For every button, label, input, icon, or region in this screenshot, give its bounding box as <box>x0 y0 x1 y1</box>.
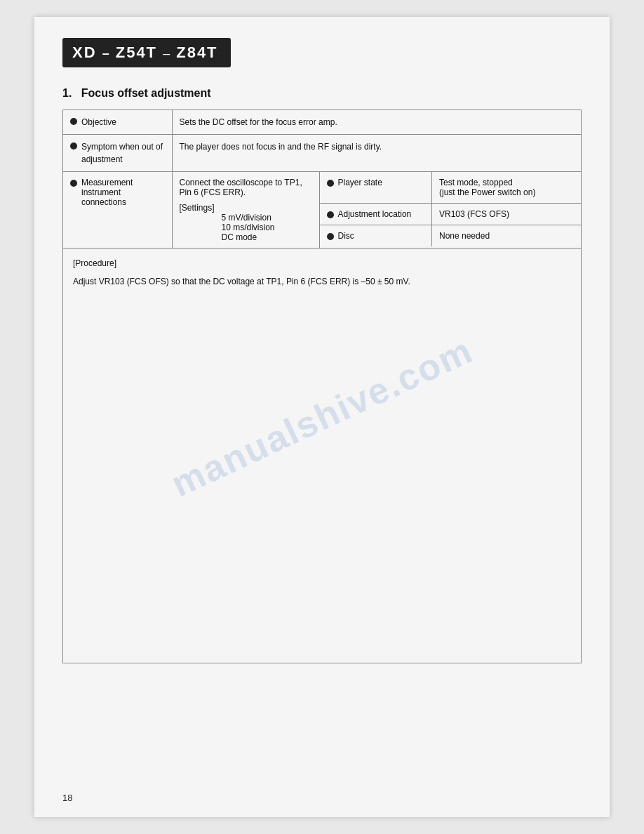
symptom-row-table: Symptom when out of adjustment The playe… <box>63 135 581 172</box>
player-state-value-cell: Test mode, stopped(just the Power switch… <box>432 172 582 204</box>
section-title: 1. Focus offset adjustment <box>62 87 582 100</box>
procedure-label-text: [Procedure] <box>73 258 116 268</box>
symptom-label-cell: Symptom when out of adjustment <box>63 135 172 172</box>
symptom-label-text: Symptom when out of adjustment <box>81 140 165 166</box>
main-content-box: Objective Sets the DC offset for the foc… <box>62 110 582 663</box>
settings-line-1: 5 mV/division <box>222 213 312 223</box>
measurement-label-text: Measurement instrument connections <box>81 178 165 207</box>
adjustment-value: VR103 (FCS OFS) <box>439 209 509 219</box>
right-items-table: Player state Test mode, stopped(just the… <box>320 172 582 246</box>
disc-value-cell: None needed <box>432 225 582 247</box>
section-number: 1. <box>62 87 72 99</box>
adjustment-value-cell: VR103 (FCS OFS) <box>432 204 582 225</box>
objective-label-text: Objective <box>81 116 116 128</box>
logo-model2: Z84T <box>176 44 217 61</box>
settings-values: 5 mV/division 10 ms/division DC mode <box>222 213 312 242</box>
settings-block: [Settings] 5 mV/division 10 ms/division … <box>180 203 312 242</box>
symptom-bullet <box>70 143 77 150</box>
logo-dash1: – <box>102 46 116 60</box>
page-number: 18 <box>62 793 72 803</box>
objective-content: Sets the DC offset for the focus error a… <box>180 117 337 127</box>
settings-line-2: 10 ms/division <box>222 223 312 232</box>
procedure-text: Adjust VR103 (FCS OFS) so that the DC vo… <box>73 274 571 289</box>
oscilloscope-connect-text: Connect the oscilloscope to TP1, Pin 6 (… <box>180 178 312 197</box>
settings-label: [Settings] <box>180 203 215 213</box>
logo-model1: Z54T <box>116 44 157 61</box>
player-state-label-cell: Player state <box>320 172 432 204</box>
player-state-value: Test mode, stopped(just the Power switch… <box>439 178 535 197</box>
logo-dash2: – <box>163 46 176 60</box>
objective-label-cell: Objective <box>63 110 172 135</box>
empty-space <box>63 298 581 663</box>
objective-row-table: Objective Sets the DC offset for the foc… <box>63 110 581 135</box>
symptom-content: The player does not focus in and the RF … <box>180 142 382 152</box>
settings-line-3: DC mode <box>222 232 312 242</box>
player-state-label-text: Player state <box>338 178 382 187</box>
procedure-label: [Procedure] <box>73 257 571 270</box>
logo-bar: XD – Z54T – Z84T <box>62 38 231 67</box>
page-number-text: 18 <box>62 793 72 803</box>
logo-text: XD – Z54T – Z84T <box>72 44 218 61</box>
disc-bullet <box>327 233 334 240</box>
logo-xd: XD <box>72 44 97 61</box>
symptom-label: Symptom when out of adjustment <box>70 140 165 166</box>
procedure-body: Adjust VR103 (FCS OFS) so that the DC vo… <box>73 277 410 286</box>
right-items-cell: Player state Test mode, stopped(just the… <box>319 172 581 249</box>
page: XD – Z54T – Z84T 1. Focus offset adjustm… <box>34 17 610 817</box>
player-state-label: Player state <box>327 178 425 187</box>
disc-value: None needed <box>439 231 490 241</box>
oscilloscope-content-cell: Connect the oscilloscope to TP1, Pin 6 (… <box>172 172 319 249</box>
measurement-label-cell: Measurement instrument connections <box>63 172 172 249</box>
measurement-label: Measurement instrument connections <box>70 178 165 207</box>
disc-label: Disc <box>327 231 425 241</box>
section-heading: Focus offset adjustment <box>81 87 211 99</box>
measurement-row-table: Measurement instrument connections Conne… <box>63 172 581 249</box>
disc-label-cell: Disc <box>320 225 432 247</box>
adjustment-label: Adjustment location <box>327 209 425 219</box>
measurement-bullet <box>70 180 77 187</box>
objective-content-cell: Sets the DC offset for the focus error a… <box>172 110 581 135</box>
connect-text: Connect the oscilloscope to TP1, Pin 6 (… <box>180 178 302 197</box>
objective-bullet <box>70 118 77 125</box>
adjustment-bullet <box>327 211 334 218</box>
adjustment-label-text: Adjustment location <box>338 209 412 219</box>
symptom-content-cell: The player does not focus in and the RF … <box>172 135 581 172</box>
player-state-bullet <box>327 180 334 187</box>
adjustment-label-cell: Adjustment location <box>320 204 432 225</box>
disc-label-text: Disc <box>338 231 354 241</box>
procedure-section: [Procedure] Adjust VR103 (FCS OFS) so th… <box>63 249 581 298</box>
objective-label: Objective <box>70 116 165 128</box>
